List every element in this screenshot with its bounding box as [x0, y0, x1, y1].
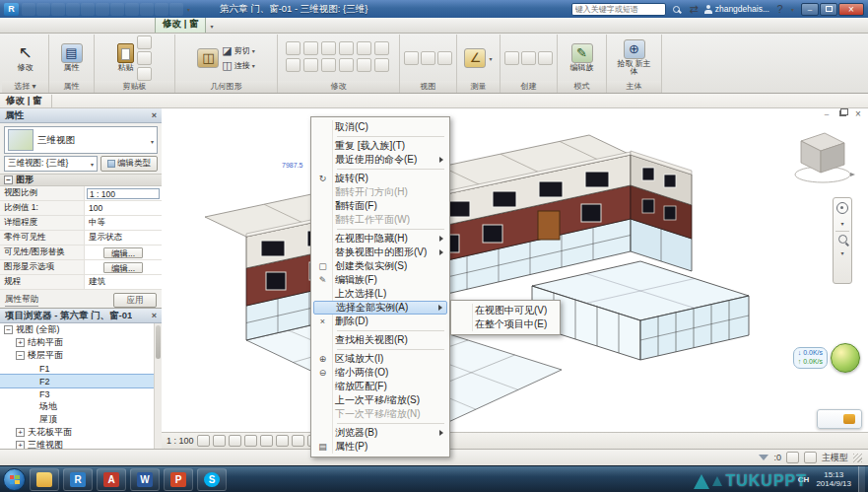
tree-expand-icon[interactable]: [28, 389, 36, 398]
property-row[interactable]: 零件可见性 显示状态: [0, 231, 162, 246]
show-desktop-button[interactable]: [858, 466, 865, 492]
paste-button[interactable]: 粘贴: [117, 43, 134, 72]
modify-tool-icon[interactable]: [303, 41, 318, 55]
taskbar-app-button[interactable]: P: [164, 468, 193, 491]
context-menu-item[interactable]: ⊕ 区域放大(I): [313, 352, 447, 366]
view-tool-icon[interactable]: [421, 51, 435, 65]
tree-expand-icon[interactable]: +: [16, 428, 25, 437]
tray-icon[interactable]: [767, 474, 776, 484]
qat-button[interactable]: [36, 3, 50, 16]
context-menu-item[interactable]: 下一次平移/缩放(N): [313, 407, 447, 421]
view-tool-icon[interactable]: [404, 51, 419, 65]
ribbon-tab[interactable]: [100, 29, 113, 33]
building-model[interactable]: 7987.5: [162, 108, 868, 432]
context-menu-item[interactable]: 上次选择(L): [313, 287, 447, 301]
context-menu-item[interactable]: 上一次平移/缩放(S): [313, 393, 447, 407]
qat-button[interactable]: [155, 3, 168, 16]
taskbar-clock[interactable]: 15:13 2014/9/13: [816, 470, 853, 488]
zoom-caret[interactable]: [840, 246, 843, 257]
context-menu-item[interactable]: ↻ 旋转(R): [313, 172, 447, 185]
context-menu-item[interactable]: × 删除(D): [313, 315, 447, 328]
browser-tree-item[interactable]: + 三维视图: [0, 439, 162, 449]
help-caret[interactable]: [791, 6, 794, 13]
context-menu-item[interactable]: 在视图中隐藏(H): [313, 232, 447, 246]
view-restore-icon[interactable]: [836, 108, 848, 118]
modify-tool-icon[interactable]: [286, 58, 300, 72]
start-button[interactable]: [3, 468, 26, 491]
context-menu-item[interactable]: 翻转面(F): [313, 199, 447, 213]
clipboard-tool-icon[interactable]: [137, 51, 152, 65]
project-browser-close-icon[interactable]: ×: [152, 311, 157, 320]
join-geometry-button[interactable]: ◫ 连接: [222, 59, 254, 72]
view-tool-icon[interactable]: [437, 51, 452, 65]
modify-tool-icon[interactable]: [321, 58, 336, 72]
browser-tree-item[interactable]: + 天花板平面: [0, 426, 162, 439]
ribbon-tab[interactable]: [127, 29, 141, 33]
property-row[interactable]: 可见性/图形替换 编辑...: [0, 246, 162, 260]
modify-tool-icon[interactable]: [357, 41, 371, 55]
wheel-caret[interactable]: [840, 217, 843, 228]
view-control-icon[interactable]: [292, 435, 304, 447]
clipboard-tool-icon[interactable]: [137, 67, 152, 81]
properties-close-icon[interactable]: ×: [152, 110, 157, 120]
create-tool-icon[interactable]: [538, 51, 553, 65]
restore-button[interactable]: [820, 3, 837, 16]
close-button[interactable]: [838, 3, 864, 16]
modify-tool-icon[interactable]: [339, 41, 354, 55]
context-menu-item[interactable]: 替换视图中的图形(V): [313, 246, 447, 259]
drawing-area[interactable]: 7987.5 ↓ 0.0K/s ↑ 0.0K/s: [162, 108, 868, 432]
context-menu-item[interactable]: 缩放匹配(F): [313, 380, 447, 393]
viewcube[interactable]: [785, 121, 860, 186]
view-close-icon[interactable]: [852, 108, 864, 118]
context-menu-item[interactable]: 浏览器(B): [313, 426, 447, 440]
properties-help-link[interactable]: 属性帮助: [5, 294, 38, 307]
tree-expand-icon[interactable]: −: [4, 325, 13, 334]
view-control-icon[interactable]: [197, 435, 210, 447]
qat-button[interactable]: [51, 3, 65, 16]
create-tool-icon[interactable]: [504, 51, 519, 65]
qat-button[interactable]: [22, 3, 35, 16]
modify-tool-icon[interactable]: [357, 58, 371, 72]
ime-toolbox-icon[interactable]: [843, 414, 855, 424]
help-icon[interactable]: ?: [772, 3, 787, 16]
context-menu-item[interactable]: ▤ 属性(P): [313, 440, 447, 454]
property-row[interactable]: 比例值 1: 100: [0, 201, 162, 216]
tray-icon[interactable]: [752, 474, 762, 484]
context-menu-item[interactable]: ▢ 创建类似实例(S): [313, 259, 447, 273]
minimize-button[interactable]: [801, 3, 819, 16]
tray-icon[interactable]: [781, 474, 791, 484]
ribbon-tab[interactable]: [141, 29, 155, 33]
property-row[interactable]: 图形显示选项 编辑...: [0, 260, 162, 275]
filter-icon[interactable]: [759, 455, 768, 460]
taskbar-app-button[interactable]: W: [130, 468, 160, 491]
edit-type-button[interactable]: 编辑类型: [100, 156, 158, 172]
modify-tool-icon[interactable]: [321, 41, 336, 55]
context-menu-item[interactable]: 翻转开门方向(H): [313, 185, 447, 199]
modify-tool-icon[interactable]: [374, 41, 389, 55]
ribbon-tab[interactable]: [17, 29, 31, 33]
taskbar-app-button[interactable]: S: [197, 468, 227, 491]
panel-label-select[interactable]: 选择 ▾: [2, 81, 48, 93]
net-speed-widget[interactable]: ↓ 0.0K/s ↑ 0.0K/s: [793, 343, 860, 373]
create-tool-icon[interactable]: [521, 51, 536, 65]
view-control-icon[interactable]: [260, 435, 273, 447]
revit-app-icon[interactable]: R: [4, 3, 19, 16]
qat-button[interactable]: [110, 3, 124, 16]
browser-tree-item[interactable]: 场地: [0, 400, 162, 413]
select-toggle-icon[interactable]: [786, 452, 799, 463]
qat-button[interactable]: [169, 3, 183, 16]
view-control-icon[interactable]: [229, 435, 241, 447]
tree-expand-icon[interactable]: [28, 402, 36, 411]
signin-user[interactable]: zhangdehais...: [704, 4, 769, 14]
browser-tree-item[interactable]: + 结构平面: [0, 336, 162, 349]
qat-button[interactable]: [81, 3, 95, 16]
taskbar-app-button[interactable]: [30, 468, 59, 491]
ribbon-tab[interactable]: [58, 29, 72, 33]
zoom-icon[interactable]: [838, 235, 847, 244]
modify-tool-icon[interactable]: [303, 58, 318, 72]
tree-expand-icon[interactable]: [28, 364, 36, 373]
input-language-indicator[interactable]: CH: [796, 474, 812, 485]
context-menu-item[interactable]: ✎ 编辑族(F): [313, 273, 447, 287]
editable-only-icon[interactable]: [804, 452, 817, 463]
qat-button[interactable]: [140, 3, 154, 16]
